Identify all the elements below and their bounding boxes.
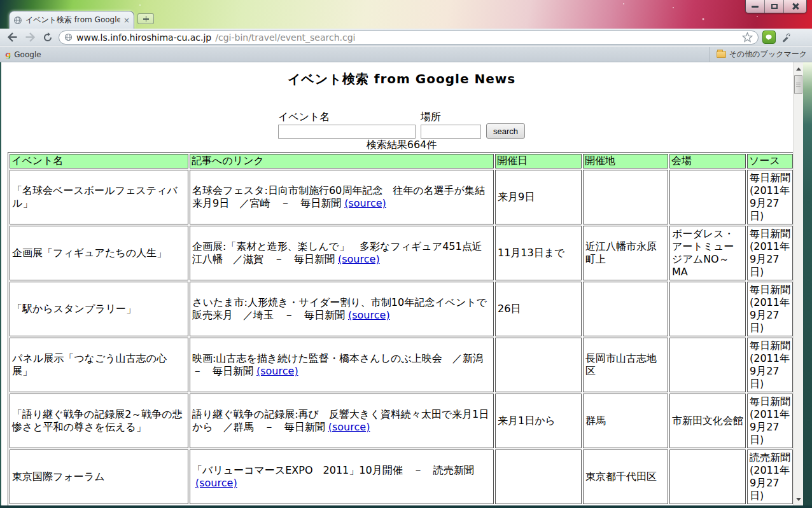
scrollbar-thumb[interactable]	[794, 75, 802, 94]
thumb-grip	[796, 86, 801, 87]
close-icon	[792, 3, 799, 10]
minimize-icon	[752, 6, 759, 8]
tab-title: イベント検索 from Google	[25, 15, 120, 25]
window-controls	[745, 0, 807, 13]
header-date: 開催日	[495, 154, 582, 168]
page-globe-icon	[13, 16, 22, 25]
article-cell: 「バリューコマースEXPO 2011」10月開催 － 読売新聞(source)	[190, 450, 494, 504]
reload-button[interactable]	[41, 31, 55, 45]
source-link[interactable]: (source)	[328, 421, 370, 433]
article-text: 「バリューコマースEXPO 2011」10月開催 － 読売新聞	[192, 464, 474, 476]
event-name-cell: 「名球会ベースボールフェスティバル」	[10, 170, 188, 224]
article-text: 名球会フェスタ:日向市制施行60周年記念 往年の名選手が集結来月9日 ／宮崎 －…	[192, 184, 485, 209]
tab-close-icon[interactable]: ×	[123, 17, 130, 24]
place-cell: 近江八幡市永原町上	[583, 226, 668, 280]
thumb-grip	[796, 83, 801, 83]
browser-tab[interactable]: イベント検索 from Google ×	[9, 11, 134, 29]
bookmarks-bar: g Google その他のブックマーク	[0, 47, 812, 62]
window-right-border	[803, 62, 812, 508]
bookmark-item-google[interactable]: g Google	[5, 50, 41, 59]
venue-cell: 市新田文化会館	[669, 394, 746, 448]
bookmark-label: Google	[14, 50, 41, 59]
source-link[interactable]: (source)	[348, 309, 390, 321]
browser-toolbar: www.ls.info.hiroshima-cu.ac.jp/cgi-bin/t…	[0, 29, 812, 46]
search-button[interactable]: search	[486, 123, 525, 139]
back-button[interactable]	[5, 31, 19, 45]
back-arrow-icon	[7, 32, 18, 42]
venue-cell	[669, 282, 746, 336]
place-cell: 長岡市山古志地区	[583, 338, 668, 392]
bookmark-star-icon[interactable]	[742, 32, 753, 43]
source-cell: 毎日新聞 (2011年9月27日)	[747, 338, 793, 392]
table-row: 「語り継ぐ戦争の記録展2～戦争の悲惨さと平和の尊さを伝える」 語り継ぐ戦争の記録…	[10, 394, 793, 448]
place-cell: 群馬	[583, 394, 668, 448]
url-path: /cgi-bin/travel/event_search.cgi	[215, 32, 355, 43]
plus-icon	[143, 16, 149, 22]
source-link[interactable]: (source)	[338, 253, 380, 265]
other-bookmarks-button[interactable]: その他のブックマーク	[710, 47, 807, 62]
minimize-button[interactable]	[746, 0, 765, 13]
event-name-cell: パネル展示「つなごう山古志の心展」	[10, 338, 188, 392]
close-button[interactable]	[784, 0, 806, 13]
folder-icon	[717, 51, 726, 58]
window-left-border	[0, 62, 1, 508]
article-cell: 語り継ぐ戦争の記録展:再び 反響大きく資料続々太田で来月1日から ／群馬 － 毎…	[190, 394, 494, 448]
venue-cell	[669, 170, 746, 224]
source-link[interactable]: (source)	[195, 477, 237, 489]
header-place: 開催地	[583, 154, 668, 168]
date-cell: 来月1日から	[495, 394, 582, 448]
source-link[interactable]: (source)	[344, 197, 386, 209]
article-cell: 映画:山古志を描き続けた監督・橋本さんしのぶ上映会 ／新潟 － 毎日新聞(sou…	[190, 338, 494, 392]
maximize-icon	[771, 4, 778, 9]
maximize-button[interactable]	[765, 0, 784, 13]
address-bar[interactable]: www.ls.info.hiroshima-cu.ac.jp/cgi-bin/t…	[59, 31, 759, 45]
new-tab-button[interactable]	[137, 13, 154, 24]
header-article-link: 記事へのリンク	[190, 154, 494, 168]
google-favicon: g	[5, 50, 11, 58]
header-source: ソース	[747, 154, 793, 168]
place-cell: 東京都千代田区	[583, 450, 668, 504]
article-cell: 企画展:「素材と造形、楽しんで」 多彩なフィギュア451点近江八幡 ／滋賀 － …	[190, 226, 494, 280]
page-title: イベント検索 from Google News	[0, 71, 803, 86]
source-cell: 毎日新聞 (2011年9月27日)	[747, 282, 793, 336]
forward-button[interactable]	[23, 31, 37, 45]
page-content: イベント検索 from Google News イベント名 場所 search …	[0, 62, 803, 508]
date-cell: 11月13日まで	[495, 226, 582, 280]
arrow-down-icon	[796, 498, 801, 501]
other-bookmarks-label: その他のブックマーク	[729, 49, 807, 60]
place-cell	[583, 282, 668, 336]
result-count: 検索結果664件	[0, 139, 803, 151]
evernote-extension-icon[interactable]	[762, 31, 776, 44]
article-cell: 名球会フェスタ:日向市制施行60周年記念 往年の名選手が集結来月9日 ／宮崎 －…	[190, 170, 494, 224]
venue-cell	[669, 338, 746, 392]
article-cell: さいたま市:人形焼き・サイダー割り、市制10年記念イベントで販売来月 ／埼玉 －…	[190, 282, 494, 336]
scroll-up-button[interactable]	[794, 64, 804, 74]
venue-cell	[669, 450, 746, 504]
source-cell: 毎日新聞 (2011年9月27日)	[747, 226, 793, 280]
location-input[interactable]	[421, 125, 481, 139]
date-cell: 来月9日	[495, 170, 582, 224]
source-link[interactable]: (source)	[256, 365, 298, 377]
source-cell: 毎日新聞 (2011年9月27日)	[747, 170, 793, 224]
article-text: 映画:山古志を描き続けた監督・橋本さんしのぶ上映会 ／新潟 － 毎日新聞	[192, 352, 493, 377]
table-header-row: イベント名 記事へのリンク 開催日 開催地 会場 ソース	[10, 154, 793, 168]
header-venue: 会場	[669, 154, 746, 168]
forward-arrow-icon	[25, 32, 36, 42]
elephant-icon	[765, 33, 773, 41]
site-globe-icon	[64, 33, 73, 41]
scroll-down-button[interactable]	[794, 494, 804, 504]
url-host: www.ls.info.hiroshima-cu.ac.jp	[76, 32, 211, 43]
event-name-input[interactable]	[278, 125, 416, 139]
results-table: イベント名 記事へのリンク 開催日 開催地 会場 ソース 「名球会ベースボールフ…	[8, 152, 795, 508]
wrench-menu-button[interactable]	[780, 31, 794, 45]
wrench-icon	[781, 32, 792, 43]
date-cell: 26日	[495, 282, 582, 336]
event-name-cell: 「駅からスタンプラリー」	[10, 282, 188, 336]
event-name-cell: 「語り継ぐ戦争の記録展2～戦争の悲惨さと平和の尊さを伝える」	[10, 394, 188, 448]
vertical-scrollbar[interactable]	[793, 62, 803, 505]
source-cell: 毎日新聞 (2011年9月27日)	[747, 394, 793, 448]
date-cell	[495, 338, 582, 392]
table-row: パネル展示「つなごう山古志の心展」 映画:山古志を描き続けた監督・橋本さんしのぶ…	[10, 338, 793, 392]
venue-cell: ボーダレス・アートミュージアムNO～MA	[669, 226, 746, 280]
arrow-up-icon	[796, 67, 801, 71]
